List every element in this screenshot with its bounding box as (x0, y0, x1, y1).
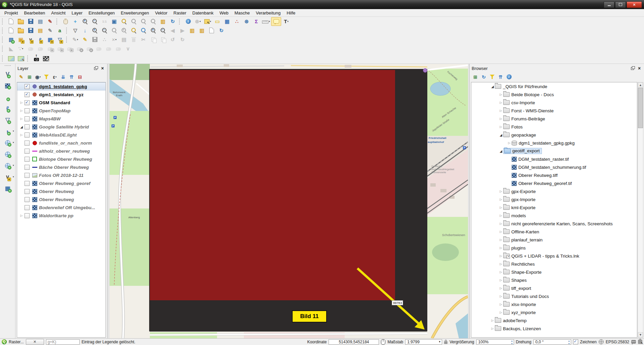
visibility-checkbox[interactable] (25, 141, 30, 146)
expander-icon[interactable]: ▷ (499, 222, 503, 225)
bookmark-pages-2-button[interactable]: ▥ (197, 27, 207, 35)
selected-tree-item[interactable]: geotiff_export (503, 148, 542, 154)
tree-item[interactable]: ▷xyz_importe (471, 308, 637, 316)
expander-icon[interactable]: ▷ (499, 262, 503, 266)
expander-icon[interactable]: ▷ (499, 311, 503, 314)
refresh-map-button[interactable]: ↻ (168, 17, 177, 26)
expander-icon[interactable]: ◢ (499, 149, 503, 153)
layer-item[interactable]: ▷Maps4BW (17, 115, 105, 123)
menu-projekt[interactable]: Projekt (1, 9, 21, 17)
expander-icon[interactable]: ▷ (507, 141, 512, 145)
new-geometry-layer-button[interactable]: ∨∗ (26, 36, 35, 44)
visibility-checkbox[interactable] (25, 124, 30, 129)
tree-item[interactable]: DGM_testdaten_raster.tif (471, 155, 637, 163)
expander-icon[interactable]: ◢ (490, 85, 495, 88)
filter-browser-button[interactable] (488, 73, 496, 80)
dropdown-arrow-icon[interactable]: ▾ (40, 76, 41, 78)
close-panel-icon[interactable]: × (637, 66, 642, 71)
refresh-view-button[interactable]: ↻ (217, 27, 226, 35)
dropdown-arrow-icon[interactable]: ▾ (13, 164, 14, 167)
crs-icon[interactable] (599, 339, 604, 344)
raster-georeferencer-button[interactable] (41, 54, 51, 63)
remove-layer-button[interactable]: ⊟ (76, 73, 84, 80)
layer-properties-button[interactable] (505, 73, 513, 80)
dropdown-arrow-icon[interactable]: ▾ (13, 130, 14, 132)
add-vector-layer-button[interactable]: V+ (1, 69, 14, 80)
visibility-checkbox[interactable] (25, 181, 30, 186)
crs-label[interactable]: EPSG:25832 (606, 340, 629, 344)
new-db-layer-button[interactable]: ▦∗ (45, 36, 55, 44)
scale-combo[interactable]: 1:9799 (405, 339, 442, 345)
visibility-checkbox[interactable] (25, 173, 30, 178)
collapse-all-button[interactable]: ⇈ (68, 73, 75, 80)
expander-icon[interactable]: ▷ (19, 133, 24, 137)
add-virtual-layer-button[interactable]: ▽+ (1, 114, 14, 126)
tree-item[interactable]: ▷models (471, 212, 637, 220)
dropdown-arrow-icon[interactable]: ▾ (269, 20, 270, 23)
new-geopackage-table-button[interactable]: ▦+ (1, 183, 14, 194)
statistics-summary-button[interactable]: Σ (252, 17, 261, 26)
qgis-locator-icon[interactable] (2, 339, 7, 344)
tree-item[interactable]: ▷↗QGIS + LIDAR - tipps & Tricks.lnk (471, 252, 637, 260)
expander-icon[interactable]: ▷ (499, 230, 503, 233)
open-layout-button[interactable] (16, 27, 26, 35)
visibility-checkbox[interactable] (25, 92, 30, 97)
select-features-button[interactable]: ▾ (203, 17, 212, 26)
save-layout-button[interactable] (26, 27, 35, 35)
tasks-icon[interactable] (638, 340, 642, 344)
messages-icon[interactable] (631, 340, 636, 344)
visibility-checkbox[interactable] (25, 213, 30, 218)
expander-icon[interactable]: ▷ (19, 214, 24, 217)
visibility-checkbox[interactable] (25, 157, 30, 162)
toolbar-grip[interactable] (56, 18, 59, 25)
tree-item[interactable]: ▷Shapes (471, 276, 637, 284)
expander-icon[interactable]: ▷ (499, 117, 503, 120)
open-layer-styling-button[interactable]: ✎ (17, 73, 25, 80)
tree-item[interactable]: ▷gpx-Importe (471, 195, 637, 203)
text-annotation-button[interactable]: T▾ (282, 17, 291, 26)
add-delimited-text-layer-button[interactable]: ,+ (1, 91, 14, 103)
layer-item[interactable]: Bodenrelief OR Umgebu... (17, 203, 105, 212)
layer-item[interactable]: Biotope Oberer Reutweg (17, 155, 105, 163)
menu-ansicht[interactable]: Ansicht (48, 9, 69, 17)
add-raster-layer-button[interactable]: + (1, 80, 14, 91)
refresh-browser-button[interactable]: ↻ (480, 73, 487, 80)
tree-item[interactable]: ▷Shape-Exporte (471, 268, 637, 276)
tree-item[interactable]: ▷planlauf_terrain (471, 236, 637, 244)
render-checkbox[interactable] (573, 339, 578, 344)
layer-item[interactable]: dgm1_testdaten_xyz (17, 90, 105, 99)
new-layout-button[interactable] (6, 27, 16, 35)
visibility-checkbox[interactable] (25, 116, 30, 121)
zoom-full-button[interactable]: ▣ (110, 17, 119, 26)
expander-icon[interactable]: ▷ (499, 190, 503, 193)
expander-icon[interactable]: ▷ (499, 295, 503, 298)
layer-item[interactable]: ◢Google Satellite Hybrid (17, 123, 105, 131)
expander-icon[interactable]: ▷ (19, 117, 24, 120)
bookmark-pages-1-button[interactable]: ▥ (187, 27, 197, 35)
minimize-button[interactable] (604, 1, 614, 8)
expander-icon[interactable]: ◢ (19, 125, 24, 129)
dropdown-arrow-icon[interactable]: ▾ (115, 38, 117, 41)
style-manager-button[interactable]: ✎ (45, 17, 55, 26)
menu-vektor[interactable]: Vektor (152, 9, 170, 17)
tree-item[interactable]: ▷Tutorials und Docs (471, 292, 637, 300)
layer-item[interactable]: ▷WebAtlasDE.light (17, 131, 105, 139)
georef-zoom-in2-button[interactable]: + (148, 27, 158, 35)
add-wms-layer-button[interactable]: +▾ (1, 137, 14, 149)
layer-item[interactable]: Oberer Reutweg (17, 195, 105, 203)
visibility-checkbox[interactable] (25, 189, 30, 194)
open-project-button[interactable] (16, 17, 26, 26)
new-report-button[interactable]: ✎ (45, 27, 55, 35)
visibility-checkbox[interactable] (25, 84, 30, 89)
tree-item[interactable]: ▷Rechtliches (471, 260, 637, 268)
tree-item[interactable]: ▷csv-Importe (471, 99, 637, 107)
expander-icon[interactable]: ▷ (499, 238, 503, 241)
tree-item[interactable]: ▷dgm1_testdaten_gpkg.gpkg (471, 139, 637, 147)
browser-scrollbar[interactable]: ▲ ▼ (638, 82, 643, 338)
menu-bearbeiten[interactable]: Bearbeiten (21, 9, 48, 17)
polygon-tool-button[interactable]: ▽ (71, 27, 80, 35)
tree-item[interactable]: ◢geopackage (471, 131, 637, 139)
expander-icon[interactable]: ▷ (499, 254, 503, 258)
pan-to-selection-button[interactable]: + (71, 17, 80, 26)
expander-icon[interactable]: ▷ (499, 125, 503, 128)
